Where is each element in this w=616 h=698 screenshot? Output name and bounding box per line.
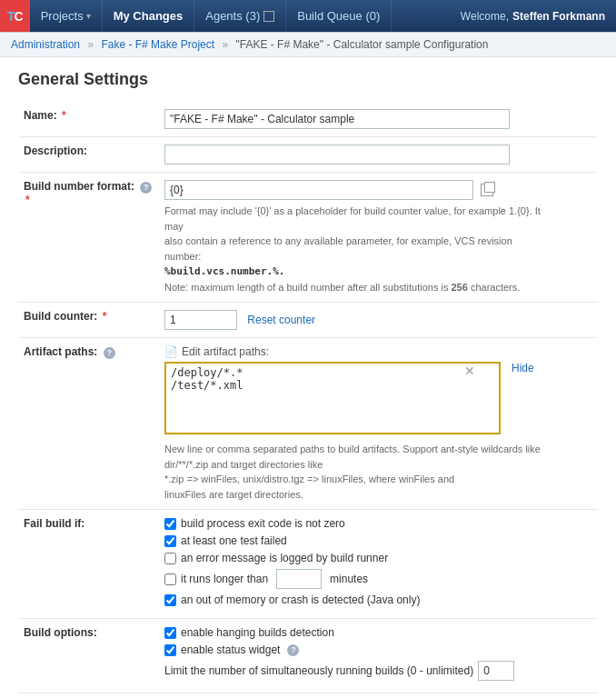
desc-label: Description:: [24, 145, 87, 157]
fail-build-options-cell: build process exit code is not zero at l…: [159, 510, 598, 619]
artifact-textarea-wrap: /deploy/*.* /test/*.xml ✕: [164, 362, 501, 437]
build-option-1: enable hanging builds detection: [164, 626, 592, 639]
build-options-label-cell: Build options:: [18, 619, 159, 693]
simultaneous-label: Limit the number of simultaneously runni…: [164, 664, 473, 677]
breadcrumb-current: "FAKE - F# Make" - Calculator sample Con…: [236, 38, 489, 51]
main-content: General Settings Name: * Description: Bu…: [0, 57, 616, 698]
fail-label-4: it runs longer than: [181, 573, 268, 585]
build-counter-value-cell: Reset counter: [159, 303, 598, 338]
build-options-label: Build options:: [24, 626, 97, 639]
build-format-help-icon[interactable]: ?: [140, 182, 152, 194]
fail-checkbox-1[interactable]: [164, 518, 176, 530]
header: TC Projects ▾ My Changes Agents (3) Buil…: [0, 0, 616, 33]
breadcrumb-sep-2: »: [222, 38, 228, 51]
nav-item-my-changes[interactable]: My Changes: [103, 0, 195, 32]
nav-item-agents[interactable]: Agents (3): [194, 0, 286, 32]
status-widget-help-icon[interactable]: ?: [287, 644, 299, 656]
build-counter-input[interactable]: [164, 310, 237, 330]
build-format-row: Build number format: ? * Format may incl…: [18, 173, 598, 303]
build-option-checkbox-2[interactable]: [164, 644, 176, 656]
fail-minutes-label: minutes: [330, 573, 368, 585]
fail-minutes-input[interactable]: [276, 569, 322, 589]
breadcrumb-admin[interactable]: Administration: [11, 38, 80, 51]
fail-option-2: at least one test failed: [164, 534, 592, 547]
artifact-hint: New line or comma separated paths to bui…: [164, 442, 546, 502]
artifact-edit-header: 📄 Edit artifact paths:: [164, 345, 592, 358]
fail-checkbox-3[interactable]: [164, 553, 176, 564]
nav-label-agents: Agents (3): [205, 9, 260, 23]
artifact-paths-label: Artifact paths:: [24, 345, 97, 358]
build-counter-required: *: [103, 310, 107, 323]
fail-checkbox-4[interactable]: [164, 573, 176, 585]
fail-label-3: an error message is logged by build runn…: [181, 552, 388, 564]
build-format-code: %build.vcs.number.%.: [164, 265, 284, 277]
projects-dropdown-icon: ▾: [86, 11, 91, 21]
artifact-paths-label-cell: Artifact paths: ?: [18, 338, 159, 510]
breadcrumb-sep-1: »: [87, 38, 94, 51]
nav-label-build-queue: Build Queue (0): [297, 9, 380, 23]
build-format-required: *: [25, 194, 30, 206]
desc-input[interactable]: [164, 145, 510, 165]
name-label: Name: *: [18, 102, 159, 137]
build-format-label: Build number format:: [24, 180, 134, 193]
build-format-hint: Format may include '{0}' as a placeholde…: [164, 204, 546, 294]
build-counter-row: Build counter: * Reset counter: [18, 303, 598, 338]
welcome-prefix: Welcome,: [461, 10, 509, 23]
build-counter-label: Build counter:: [24, 310, 97, 323]
reset-counter-link[interactable]: Reset counter: [247, 314, 315, 326]
build-option-2: enable status widget ?: [164, 643, 592, 656]
page-title: General Settings: [18, 70, 598, 89]
fail-build-row: Fail build if: build process exit code i…: [18, 510, 598, 619]
breadcrumb: Administration » Fake - F# Make Project …: [0, 33, 616, 57]
tc-logo: TC: [0, 0, 30, 32]
logo-c: C: [15, 9, 23, 24]
build-format-value-cell: Format may include '{0}' as a placeholde…: [159, 173, 598, 303]
simultaneous-input[interactable]: [478, 661, 514, 681]
username: Steffen Forkmann: [512, 10, 605, 23]
simultaneous-row: Limit the number of simultaneously runni…: [164, 661, 592, 681]
fail-checkbox-2[interactable]: [164, 535, 176, 547]
artifact-edit-label: Edit artifact paths:: [182, 345, 269, 358]
settings-form: Name: * Description: Build number format…: [18, 102, 598, 693]
nav-label-projects: Projects: [41, 9, 84, 23]
fail-label-5: an out of memory or crash is detected (J…: [181, 593, 420, 606]
desc-label-cell: Description:: [18, 137, 159, 173]
fail-option-5: an out of memory or crash is detected (J…: [164, 593, 592, 606]
nav-item-projects[interactable]: Projects ▾: [30, 0, 103, 32]
fail-label-2: at least one test failed: [181, 534, 287, 547]
artifact-paths-help-icon[interactable]: ?: [104, 347, 115, 359]
name-value-cell: [159, 102, 598, 137]
agents-icon: [263, 11, 274, 22]
build-options-value-cell: enable hanging builds detection enable s…: [159, 619, 598, 693]
build-format-input[interactable]: [164, 180, 473, 200]
header-welcome: Welcome, Steffen Forkmann: [450, 0, 616, 32]
build-format-label-cell: Build number format: ? *: [18, 173, 159, 303]
fail-option-1: build process exit code is not zero: [164, 517, 592, 530]
name-required: *: [62, 109, 66, 122]
artifact-paths-value-cell: 📄 Edit artifact paths: /deploy/*.* /test…: [159, 338, 598, 510]
artifact-textarea-row: /deploy/*.* /test/*.xml ✕ Hide: [164, 362, 592, 437]
copy-format-icon[interactable]: [481, 184, 493, 196]
build-format-limit: 256: [452, 282, 468, 293]
fail-build-label: Fail build if:: [24, 517, 84, 530]
desc-value-cell: [159, 137, 598, 173]
build-option-checkbox-1[interactable]: [164, 627, 176, 639]
fail-option-3: an error message is logged by build runn…: [164, 552, 592, 564]
main-nav: Projects ▾ My Changes Agents (3) Build Q…: [30, 0, 392, 32]
artifact-clear-button[interactable]: ✕: [464, 364, 475, 377]
build-options-row: Build options: enable hanging builds det…: [18, 619, 598, 693]
build-counter-label-cell: Build counter: *: [18, 303, 159, 338]
artifact-paths-row: Artifact paths: ? 📄 Edit artifact paths:…: [18, 338, 598, 510]
fail-checkbox-5[interactable]: [164, 594, 176, 606]
build-option-label-2: enable status widget: [181, 643, 280, 656]
fail-option-4: it runs longer than minutes: [164, 569, 592, 589]
edit-artifact-icon: 📄: [164, 345, 178, 358]
artifact-hide-link[interactable]: Hide: [512, 362, 534, 374]
artifact-textarea[interactable]: /deploy/*.* /test/*.xml: [164, 362, 501, 434]
fail-label-1: build process exit code is not zero: [181, 517, 345, 530]
fail-build-label-cell: Fail build if:: [18, 510, 159, 619]
nav-item-build-queue[interactable]: Build Queue (0): [286, 0, 392, 32]
breadcrumb-project[interactable]: Fake - F# Make Project: [101, 38, 214, 51]
desc-row: Description:: [18, 137, 598, 173]
name-input[interactable]: [164, 109, 510, 129]
